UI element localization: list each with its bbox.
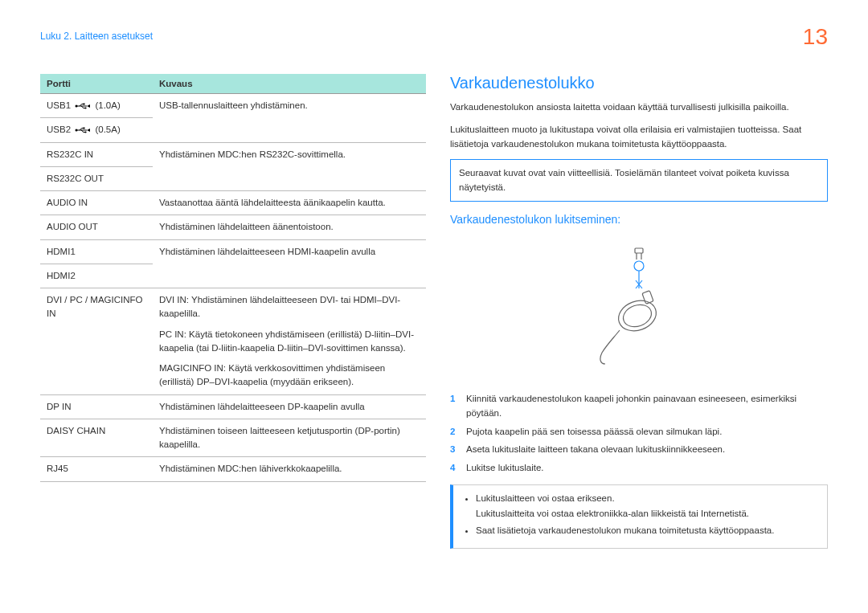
svg-point-10: [614, 296, 660, 336]
port-cell: HDMI2: [40, 264, 153, 288]
desc-text: Yhdistäminen MDC:hen RS232C-sovittimella…: [159, 148, 420, 161]
svg-rect-2: [84, 103, 85, 104]
step-text: Pujota kaapelin pää sen toisessa päässä …: [466, 424, 722, 439]
step-number: 3: [450, 442, 460, 456]
desc-cell: Yhdistäminen lähdelaitteeseen DP-kaapeli…: [153, 394, 426, 419]
lock-icon: [591, 242, 687, 370]
section-heading: Varkaudenestolukko: [450, 74, 828, 92]
th-port: Portti: [40, 74, 153, 94]
svg-point-9: [634, 261, 644, 271]
content-columns: Portti Kuvaus USB1 (1.0A)USB-tallennusla…: [40, 74, 828, 549]
desc-cell: Yhdistäminen lähdelaitteen äänentoistoon…: [153, 215, 426, 239]
breadcrumb: Luku 2. Laitteen asetukset: [40, 31, 153, 42]
port-cell: HDMI1: [40, 239, 153, 264]
table-row: HDMI1Yhdistäminen lähdelaitteeseen HDMI-…: [40, 239, 426, 264]
port-cell: RS232C OUT: [40, 166, 153, 190]
desc-cell: Yhdistäminen MDC:hen RS232C-sovittimella…: [153, 142, 426, 191]
desc-text: DVI IN: Yhdistäminen lähdelaitteeseen DV…: [159, 293, 420, 321]
desc-cell: Yhdistäminen MDC:hen lähiverkkokaapelill…: [153, 457, 426, 481]
table-row: DVI / PC / MAGICINFO INDVI IN: Yhdistämi…: [40, 288, 426, 395]
svg-rect-6: [84, 128, 85, 129]
desc-text: PC IN: Käytä tietokoneen yhdistämiseen (…: [159, 328, 420, 356]
desc-cell: DVI IN: Yhdistäminen lähdelaitteeseen DV…: [153, 288, 426, 395]
desc-text: USB-tallennuslaitteen yhdistäminen.: [159, 99, 420, 112]
desc-cell: Yhdistäminen lähdelaitteeseen HDMI-kaape…: [153, 239, 426, 288]
info-text: Lukituslaitteita voi ostaa elektroniikka…: [476, 507, 817, 521]
lock-illustration: [450, 234, 828, 378]
body-text: Lukituslaitteen muoto ja lukitustapa voi…: [450, 123, 828, 152]
port-cell: RS232C IN: [40, 142, 153, 166]
port-cell: DAISY CHAIN: [40, 419, 153, 457]
desc-cell: Yhdistäminen toiseen laitteeseen ketjutu…: [153, 419, 426, 457]
desc-text: Yhdistäminen lähdelaitteen äänentoistoon…: [159, 220, 420, 234]
step-text: Aseta lukituslaite laitteen takana oleva…: [466, 442, 725, 456]
info-text: Lukituslaitteen voi ostaa erikseen.: [476, 492, 817, 505]
table-row: AUDIO OUTYhdistäminen lähdelaitteen ääne…: [40, 215, 426, 239]
port-table: Portti Kuvaus USB1 (1.0A)USB-tallennusla…: [40, 74, 426, 482]
port-cell: USB2 (0.5A): [40, 118, 153, 142]
desc-text: Yhdistäminen MDC:hen lähiverkkokaapelill…: [159, 462, 420, 476]
svg-rect-8: [635, 248, 643, 253]
svg-point-3: [85, 107, 87, 108]
steps-list: 1Kiinnitä varkaudenestolukon kaapeli joh…: [450, 391, 828, 475]
step-item: 3Aseta lukituslaite laitteen takana olev…: [450, 442, 828, 456]
info-item: Lukituslaitteen voi ostaa erikseen.Lukit…: [476, 492, 817, 521]
svg-point-7: [85, 132, 87, 133]
table-row: DAISY CHAINYhdistäminen toiseen laittees…: [40, 419, 426, 457]
desc-text: Yhdistäminen toiseen laitteeseen ketjutu…: [159, 424, 420, 452]
table-row: DP INYhdistäminen lähdelaitteeseen DP-ka…: [40, 394, 426, 419]
step-item: 4Lukitse lukituslaite.: [450, 460, 828, 475]
desc-text: Vastaanottaa ääntä lähdelaitteesta äänik…: [159, 196, 420, 210]
port-cell: DP IN: [40, 394, 153, 419]
step-item: 1Kiinnitä varkaudenestolukon kaapeli joh…: [450, 391, 828, 421]
table-row: AUDIO INVastaanottaa ääntä lähdelaittees…: [40, 191, 426, 215]
step-number: 4: [450, 460, 460, 475]
right-column: Varkaudenestolukko Varkaudenestolukon an…: [450, 74, 828, 549]
svg-point-11: [620, 301, 655, 331]
table-row: RS232C INYhdistäminen MDC:hen RS232C-sov…: [40, 142, 426, 166]
step-number: 1: [450, 391, 460, 421]
step-text: Kiinnitä varkaudenestolukon kaapeli joho…: [466, 391, 828, 421]
info-item: Saat lisätietoja varkaudenestolukon muka…: [476, 524, 817, 537]
port-cell: DVI / PC / MAGICINFO IN: [40, 288, 153, 395]
step-text: Lukitse lukituslaite.: [466, 460, 544, 475]
info-box: Lukituslaitteen voi ostaa erikseen.Lukit…: [450, 484, 828, 549]
port-cell: AUDIO IN: [40, 191, 153, 215]
body-text: Varkaudenestolukon ansiosta laitetta voi…: [450, 100, 828, 115]
table-row: RJ45Yhdistäminen MDC:hen lähiverkkokaape…: [40, 457, 426, 481]
port-cell: RJ45: [40, 457, 153, 481]
desc-text: MAGICINFO IN: Käytä verkkosovittimen yhd…: [159, 362, 420, 390]
desc-cell: Vastaanottaa ääntä lähdelaitteesta äänik…: [153, 191, 426, 215]
sub-heading: Varkaudenestolukon lukitseminen:: [450, 213, 828, 226]
note-box: Seuraavat kuvat ovat vain viitteellisiä.…: [450, 159, 828, 202]
page-number: 13: [803, 24, 828, 50]
port-cell: USB1 (1.0A): [40, 94, 153, 118]
th-desc: Kuvaus: [153, 74, 426, 94]
page-header: Luku 2. Laitteen asetukset 13: [40, 24, 828, 50]
step-item: 2Pujota kaapelin pää sen toisessa päässä…: [450, 424, 828, 439]
port-cell: AUDIO OUT: [40, 215, 153, 239]
left-column: Portti Kuvaus USB1 (1.0A)USB-tallennusla…: [40, 74, 426, 549]
desc-cell: USB-tallennuslaitteen yhdistäminen.: [153, 94, 426, 143]
desc-text: Yhdistäminen lähdelaitteeseen HDMI-kaape…: [159, 245, 420, 259]
table-row: USB1 (1.0A)USB-tallennuslaitteen yhdistä…: [40, 94, 426, 118]
desc-text: Yhdistäminen lähdelaitteeseen DP-kaapeli…: [159, 400, 420, 414]
step-number: 2: [450, 424, 460, 439]
